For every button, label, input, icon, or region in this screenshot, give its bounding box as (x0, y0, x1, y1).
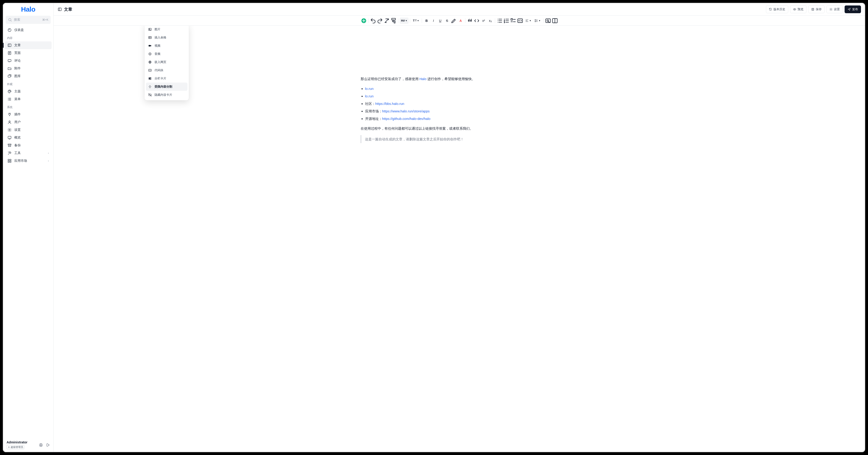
svg-rect-27 (518, 19, 523, 22)
add-block-button[interactable] (361, 18, 367, 24)
nav: 仪表盘 内容 文章 页面 评论 附件 图库 外观 (3, 25, 53, 438)
chat-icon (7, 59, 11, 63)
button-label: 预览 (798, 7, 803, 11)
svg-rect-31 (149, 28, 151, 30)
superscript-button[interactable]: x² (480, 18, 487, 24)
textcolor-button[interactable]: A (457, 18, 464, 24)
sidebar-item-comments[interactable]: 评论 (5, 57, 52, 65)
sidebar-item-settings[interactable]: 设置 (5, 126, 52, 134)
search-replace-button[interactable] (545, 18, 551, 24)
palette-icon (7, 89, 11, 93)
heading-dropdown[interactable]: H# ▼ (400, 18, 409, 24)
link[interactable]: https://www.halo.run/store/apps (382, 109, 430, 113)
codeblock-icon (148, 68, 152, 72)
chevron-right-icon: › (48, 151, 49, 155)
link[interactable]: https://bbs.halo.run (375, 102, 404, 106)
code-button[interactable] (473, 18, 480, 24)
strike-button[interactable]: S (444, 18, 450, 24)
task-button[interactable] (510, 18, 517, 24)
history-button[interactable]: 版本历史 (766, 5, 788, 13)
sidebar-item-label: 插件 (14, 112, 21, 116)
svg-point-23 (831, 9, 831, 10)
dd-columns[interactable]: 分栏卡片 (146, 75, 187, 83)
svg-point-8 (10, 91, 10, 91)
sidebar: Halo 搜索 ⌘+K 仪表盘 内容 文章 页面 (3, 3, 53, 452)
dd-label: 图片 (155, 27, 160, 31)
search-input[interactable]: 搜索 ⌘+K (6, 16, 51, 24)
sidebar-item-dashboard[interactable]: 仪表盘 (5, 26, 52, 34)
sidebar-item-label: 主题 (14, 89, 21, 93)
editor-area[interactable]: 图片 插入表格 视频 音频 嵌入网页 (54, 26, 865, 452)
sidebar-item-photos[interactable]: 图库 (5, 72, 52, 80)
redo-button[interactable] (377, 18, 383, 24)
sidebar-item-pages[interactable]: 页面 (5, 49, 52, 57)
sidebar-item-appstore[interactable]: 应用市场 › (5, 157, 52, 165)
sidebar-item-themes[interactable]: 主题 (5, 88, 52, 95)
bold-button[interactable]: B (423, 18, 430, 24)
settings-button[interactable]: 设置 (827, 5, 843, 13)
eye-icon (793, 8, 796, 11)
intro-prefix: 那么证明你已经安装成功了，感谢使用 (361, 77, 420, 81)
svg-rect-34 (149, 45, 150, 47)
svg-point-21 (794, 9, 795, 10)
align-dropdown[interactable]: ▼ (524, 18, 533, 24)
link[interactable]: lo.run (365, 87, 374, 90)
dd-image[interactable]: 图片 (146, 26, 187, 33)
publish-button[interactable]: 发布 (845, 5, 861, 13)
svg-point-9 (9, 121, 10, 122)
dd-label: 音频 (155, 52, 160, 56)
underline-button[interactable]: U (437, 18, 443, 24)
sidebar-item-plugins[interactable]: 插件 (5, 111, 52, 118)
sidebar-item-backup[interactable]: 备份 (5, 142, 52, 149)
quote-button[interactable] (467, 18, 473, 24)
role-label: 超级管理员 (11, 446, 23, 449)
lineheight-dropdown[interactable]: ▼ (533, 18, 542, 24)
editor-content[interactable]: 那么证明你已经安装成功了，感谢使用 Halo 进行创作，希望能够使用愉快。 lo… (361, 76, 558, 143)
profile-icon[interactable] (39, 443, 43, 447)
svg-rect-11 (8, 136, 11, 139)
insert-dropdown: 图片 插入表格 视频 音频 嵌入网页 (145, 26, 189, 100)
sidebar-item-label: 工具 (14, 151, 21, 155)
dd-label: 嵌入网页 (155, 60, 166, 64)
dd-video[interactable]: 视频 (146, 41, 187, 50)
plug-icon (7, 112, 11, 116)
format-painter-button[interactable] (391, 18, 397, 24)
svg-rect-14 (10, 159, 11, 161)
svg-point-36 (150, 54, 150, 54)
sidebar-item-label: 备份 (14, 143, 21, 147)
dd-iframe[interactable]: 嵌入网页 (146, 58, 187, 66)
dd-restricted[interactable]: 受限内容分割 (146, 83, 187, 91)
ul-button[interactable] (496, 18, 503, 24)
chevron-right-icon: › (48, 159, 49, 163)
logout-icon[interactable] (46, 443, 50, 447)
sidebar-item-attachments[interactable]: 附件 (5, 65, 52, 72)
link[interactable]: https://github.com/halo-dev/halo (382, 117, 431, 120)
dd-table[interactable]: 插入表格 (146, 33, 187, 41)
highlight-button[interactable] (451, 18, 457, 24)
svg-rect-28 (546, 19, 551, 22)
subscript-button[interactable]: x₂ (487, 18, 494, 24)
dd-label: 受限内容分割 (155, 85, 172, 89)
sidebar-item-menus[interactable]: 菜单 (5, 95, 52, 103)
search-placeholder: 搜索 (14, 18, 20, 22)
svg-rect-5 (8, 75, 10, 77)
fullscreen-button[interactable] (552, 18, 558, 24)
sidebar-item-users[interactable]: 用户 (5, 118, 52, 126)
ol-button[interactable] (503, 18, 510, 24)
sidebar-item-overview[interactable]: 概览 (5, 134, 52, 142)
dd-audio[interactable]: 音频 (146, 50, 187, 58)
clear-format-button[interactable] (383, 18, 390, 24)
save-button[interactable]: 保存 (808, 5, 825, 13)
preview-button[interactable]: 预览 (790, 5, 806, 13)
sidebar-item-tools[interactable]: 工具 › (5, 149, 52, 157)
halo-link[interactable]: Halo (420, 77, 427, 81)
italic-button[interactable]: I (430, 18, 436, 24)
dd-hidden[interactable]: 隐藏内容卡片 (146, 91, 187, 99)
undo-button[interactable] (370, 18, 376, 24)
fontsize-dropdown[interactable]: TT ▼ (411, 18, 421, 24)
dd-code[interactable]: 代码块 (146, 66, 187, 75)
sidebar-item-posts[interactable]: 文章 (5, 41, 52, 49)
blockquote: 这是一篇自动生成的文章，请删除这篇文章之后开始你的创作吧！ (361, 135, 558, 143)
codeblock-button[interactable] (517, 18, 523, 24)
link[interactable]: lo.run (365, 94, 374, 98)
